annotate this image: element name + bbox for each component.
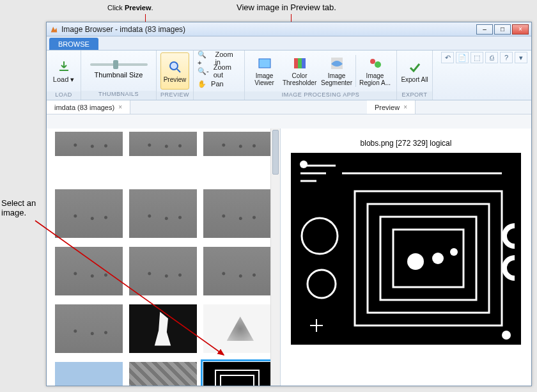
anno-view-tab: View image in Preview tab. — [237, 3, 336, 12]
svg-line-0 — [35, 221, 224, 355]
anno-click-preview: Click Preview. — [107, 3, 153, 12]
anno-select-image: Select an image. — [1, 198, 46, 217]
anno-arrow-select — [0, 0, 537, 392]
annotation-layer-top: Click Preview. View image in Preview tab… — [0, 3, 537, 22]
